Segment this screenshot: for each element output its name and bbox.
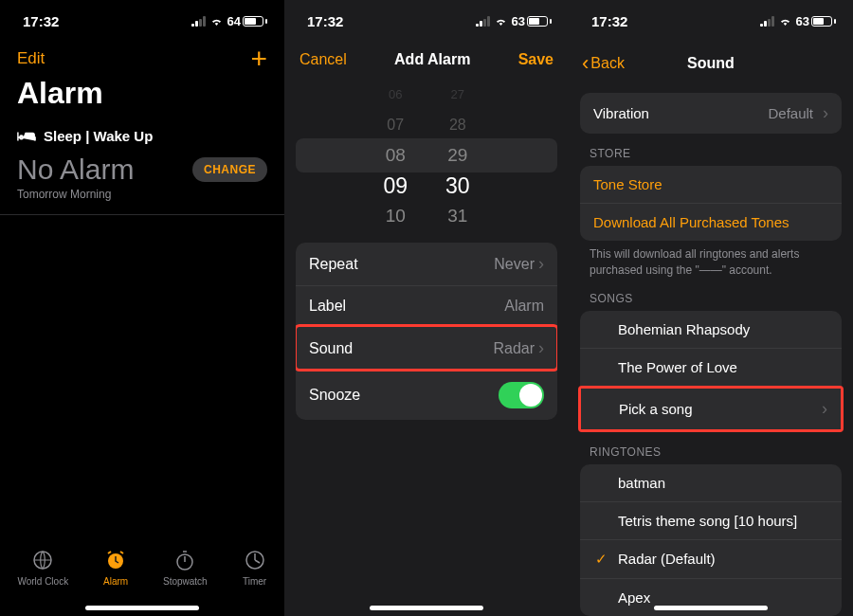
chevron-right-icon: ›	[538, 338, 544, 358]
ringtones-group: batman Tetris theme song [10 hours] ✓Rad…	[580, 464, 842, 616]
store-group: Tone Store Download All Purchased Tones	[580, 166, 842, 241]
status-time: 17:32	[23, 13, 59, 29]
vibration-group: Vibration Default ›	[580, 93, 842, 134]
timer-icon	[243, 548, 267, 572]
store-header: Store	[569, 134, 853, 166]
divider	[0, 214, 284, 215]
time-picker[interactable]: 06 07 08 09 10 11 12 27 28 29 30 31 32 3…	[296, 80, 557, 231]
tab-world-clock[interactable]: World Clock	[17, 548, 68, 587]
bed-icon	[17, 130, 36, 143]
cellular-icon	[191, 16, 206, 27]
alarm-options-list: Repeat Never› Label Alarm Sound Radar› S…	[296, 243, 557, 420]
ringtone-row[interactable]: Tetris theme song [10 hours]	[580, 501, 842, 539]
alarm-icon	[103, 548, 128, 572]
chevron-left-icon: ‹	[582, 51, 589, 76]
globe-icon	[30, 548, 55, 572]
songs-group: Bohemian Rhapsody The Power of Love	[580, 311, 842, 386]
add-alarm-button[interactable]: +	[250, 47, 267, 70]
wifi-icon	[778, 16, 792, 27]
song-row[interactable]: The Power of Love	[580, 348, 842, 386]
chevron-right-icon: ›	[822, 399, 827, 419]
status-time: 17:32	[591, 13, 627, 29]
tab-timer[interactable]: Timer	[243, 548, 267, 587]
battery-icon: 63	[512, 14, 552, 28]
pick-song-row[interactable]: Pick a song ›	[581, 389, 841, 429]
vibration-row[interactable]: Vibration Default ›	[580, 93, 842, 134]
sound-row[interactable]: Sound Radar›	[296, 326, 557, 370]
checkmark-icon: ✓	[593, 551, 608, 568]
page-title: Alarm	[0, 70, 284, 124]
stopwatch-icon	[172, 548, 197, 572]
snooze-row: Snooze	[296, 370, 557, 420]
wifi-icon	[209, 16, 224, 27]
add-alarm-screen: 17:32 63 Cancel Add Alarm Save 06 07 08 …	[284, 0, 569, 616]
cancel-button[interactable]: Cancel	[299, 51, 347, 68]
store-footer: This will download all ringtones and ale…	[569, 241, 853, 279]
tomorrow-label: Tomorrow Morning	[0, 186, 284, 203]
snooze-toggle[interactable]	[499, 382, 544, 408]
cellular-icon	[760, 16, 774, 27]
song-row[interactable]: Bohemian Rhapsody	[580, 311, 842, 348]
label-row[interactable]: Label Alarm	[296, 285, 557, 326]
tone-store-link[interactable]: Tone Store	[580, 166, 842, 203]
status-bar: 17:32 63	[284, 0, 569, 42]
tab-stopwatch[interactable]: Stopwatch	[163, 548, 208, 587]
sound-picker-screen: 17:32 63 ‹Back Sound Vibration Default ›…	[569, 0, 853, 616]
wifi-icon	[494, 16, 508, 27]
battery-icon: 63	[796, 14, 836, 28]
home-indicator[interactable]	[654, 606, 768, 610]
home-indicator[interactable]	[370, 606, 483, 610]
edit-button[interactable]: Edit	[17, 49, 45, 68]
tab-bar: World Clock Alarm Stopwatch Timer	[0, 540, 284, 616]
status-bar: 17:32 63	[569, 0, 853, 42]
modal-title: Add Alarm	[394, 51, 470, 68]
repeat-row[interactable]: Repeat Never›	[296, 243, 557, 285]
save-button[interactable]: Save	[518, 51, 554, 68]
download-tones-link[interactable]: Download All Purchased Tones	[580, 203, 842, 241]
chevron-right-icon: ›	[823, 103, 828, 123]
ringtone-row[interactable]: batman	[580, 464, 842, 501]
change-button[interactable]: CHANGE	[192, 157, 267, 182]
back-button[interactable]: ‹Back	[582, 51, 625, 76]
hour-column[interactable]: 06 07 08 09 10 11 12	[383, 80, 408, 231]
songs-header: Songs	[569, 279, 853, 311]
screen-title: Sound	[687, 55, 735, 72]
home-indicator[interactable]	[85, 606, 199, 610]
battery-icon: 64	[227, 14, 267, 28]
alarm-list-screen: 17:32 64 Edit + Alarm Sleep | Wake Up No…	[0, 0, 284, 616]
tab-alarm[interactable]: Alarm	[103, 548, 128, 587]
ringtones-header: Ringtones	[569, 432, 853, 464]
status-bar: 17:32 64	[0, 0, 284, 42]
chevron-right-icon: ›	[538, 254, 544, 274]
sleep-section-header: Sleep | Wake Up	[0, 124, 284, 150]
pick-song-highlight: Pick a song ›	[578, 386, 844, 432]
no-alarm-label: No Alarm	[17, 154, 134, 186]
minute-column[interactable]: 27 28 29 30 31 32 33	[445, 80, 470, 231]
cellular-icon	[476, 16, 490, 27]
status-time: 17:32	[307, 13, 343, 29]
ringtone-row[interactable]: ✓Radar (Default)	[580, 539, 842, 578]
